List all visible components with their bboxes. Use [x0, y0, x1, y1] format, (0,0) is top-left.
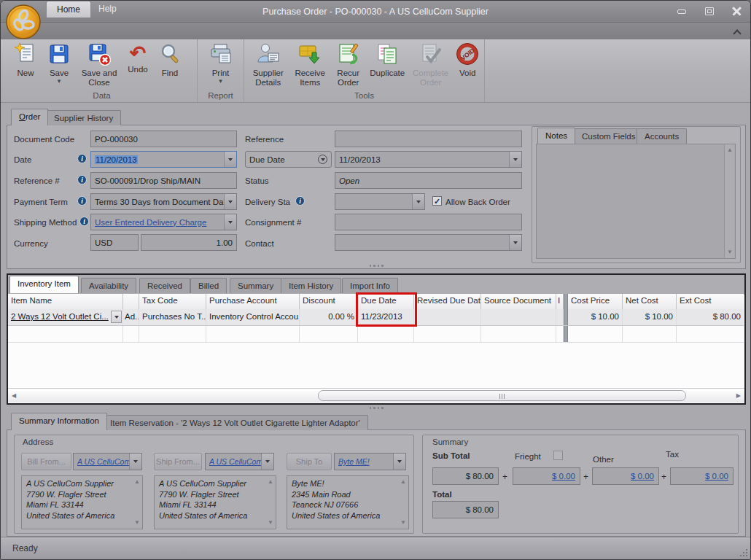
tab-notes[interactable]: Notes [537, 128, 575, 144]
freight-input[interactable]: $ 0.00 [513, 467, 580, 485]
close-button[interactable] [728, 5, 744, 17]
inventory-row-2[interactable] [8, 326, 744, 343]
inventory-hscrollbar[interactable]: ◀ ▶ [8, 388, 744, 402]
tab-billed[interactable]: Billed [190, 278, 227, 293]
resize-grip[interactable] [739, 548, 747, 556]
item-dropdown-icon[interactable] [111, 311, 122, 323]
shipping-method-info-icon[interactable] [79, 217, 89, 226]
hscroll-right-icon[interactable]: ▶ [736, 393, 741, 399]
col-source-document[interactable]: Source Document [481, 294, 556, 309]
currency-code-input[interactable]: USD [90, 234, 139, 251]
due-date-dropdown-icon[interactable] [509, 152, 521, 167]
shipping-method-link[interactable]: User Entered Delivery Charge [95, 218, 206, 227]
ship-to-button[interactable]: Ship To [287, 453, 332, 470]
ship-from-button[interactable]: Ship From... [154, 453, 202, 470]
tab-item-reservation[interactable]: Item Reservation - '2 Ways 12 Volt Outle… [102, 415, 368, 430]
notes-scrollbar[interactable]: ▲ ▼ [724, 144, 734, 258]
delivery-status-dropdown-icon[interactable] [412, 194, 424, 209]
scroll-down-icon[interactable]: ▼ [134, 520, 140, 526]
due-date-label-button[interactable]: Due Date [245, 151, 332, 168]
new-button[interactable]: New [9, 42, 42, 79]
tab-received[interactable]: Received [139, 278, 190, 293]
reference-input[interactable] [335, 131, 522, 147]
payment-term-dropdown-icon[interactable] [224, 194, 236, 209]
col-description[interactable] [123, 294, 139, 309]
scroll-down-icon[interactable]: ▼ [268, 520, 273, 526]
date-dropdown-icon[interactable] [224, 152, 236, 167]
tab-inventory-item[interactable]: Inventory Item [9, 276, 79, 293]
col-purchase-account[interactable]: Purchase Account [206, 294, 300, 309]
splitter-handle[interactable] [368, 265, 384, 268]
duplicate-button[interactable]: Duplicate [366, 42, 408, 79]
ship-from-dropdown-icon[interactable] [261, 454, 273, 470]
col-item-name[interactable]: Item Name [8, 294, 123, 309]
tab-summary[interactable]: Summary [230, 278, 281, 293]
col-cost-price[interactable]: Cost Price [568, 294, 623, 309]
due-date-cell[interactable]: 11/23/2013 [358, 309, 414, 325]
currency-rate-input[interactable]: 1.00 [141, 234, 237, 251]
col-discount[interactable]: Discount [300, 294, 358, 309]
tab-order[interactable]: Order [11, 109, 48, 125]
freight-checkbox[interactable] [553, 451, 563, 460]
scroll-up-icon[interactable]: ▲ [727, 147, 733, 153]
inventory-row-1[interactable]: 2 Ways 12 Volt Outlet Ci... Ad... Purcha… [8, 309, 744, 326]
due-date-mode-icon[interactable] [318, 155, 327, 164]
date-combo[interactable]: 11/20/2013 [90, 151, 237, 168]
item-name-cell[interactable]: 2 Ways 12 Volt Outlet Ci... [8, 309, 123, 325]
tab-import-info[interactable]: Import Info [342, 278, 398, 293]
scroll-down-icon[interactable]: ▼ [400, 520, 406, 526]
col-tax-code[interactable]: Tax Code [139, 294, 206, 309]
shipping-method-dropdown-icon[interactable] [224, 214, 236, 230]
consignment-input[interactable] [335, 214, 522, 230]
discount-cell[interactable]: 0.00 % [300, 309, 358, 325]
description-cell[interactable]: Ad... [123, 309, 139, 325]
tab-availability[interactable]: Availability [81, 278, 136, 293]
ship-from-combo[interactable]: A US CelluCom Su [205, 453, 274, 470]
delivery-status-combo[interactable] [335, 193, 425, 210]
app-logo-icon[interactable] [4, 2, 42, 42]
revised-due-date-cell[interactable] [414, 309, 481, 325]
payment-term-combo[interactable]: Terms 30 Days from Document Dat... [90, 193, 237, 210]
save-and-close-button[interactable]: Save and Close [76, 42, 122, 88]
scroll-up-icon[interactable]: ▲ [400, 479, 406, 485]
delivery-status-info-icon[interactable] [295, 196, 305, 206]
hscroll-thumb[interactable] [318, 390, 686, 401]
tab-accounts[interactable]: Accounts [637, 128, 687, 144]
total-input[interactable]: $ 80.00 [432, 501, 499, 518]
document-code-input[interactable]: PO-000030 [90, 131, 237, 147]
source-document-cell[interactable] [481, 309, 556, 325]
notes-textarea[interactable] [536, 144, 736, 259]
tax-input[interactable]: $ 0.00 [670, 467, 734, 485]
bill-from-dropdown-icon[interactable] [129, 454, 141, 470]
undo-button[interactable]: ↶ Undo [122, 42, 153, 75]
supplier-details-button[interactable]: Supplier Details [246, 42, 289, 88]
restore-button[interactable] [701, 5, 717, 17]
item-name-link[interactable]: 2 Ways 12 Volt Outlet Ci... [11, 312, 109, 321]
col-due-date[interactable]: Due Date [358, 294, 414, 309]
tab-custom-fields[interactable]: Custom Fields [574, 128, 644, 144]
payment-term-info-icon[interactable] [77, 196, 87, 206]
splitter-handle-2[interactable] [368, 407, 384, 410]
net-cost-cell[interactable]: $ 10.00 [623, 309, 677, 325]
tax-code-cell[interactable]: Purchases No T... [139, 309, 206, 325]
bill-from-combo[interactable]: A US CelluCom Su [73, 453, 142, 470]
cost-price-cell[interactable]: $ 10.00 [568, 309, 623, 325]
due-date-combo[interactable]: 11/20/2013 [335, 151, 522, 168]
col-revised-due-date[interactable]: Revised Due Date [414, 294, 481, 309]
save-dropdown-caret-icon[interactable]: ▾ [58, 78, 61, 84]
shipping-method-combo[interactable]: User Entered Delivery Charge [90, 214, 237, 230]
scroll-down-icon[interactable]: ▼ [727, 249, 733, 255]
contact-combo[interactable] [335, 234, 522, 251]
scroll-up-icon[interactable]: ▲ [134, 479, 140, 485]
recur-order-button[interactable]: Recur Order [330, 42, 367, 88]
truncated-cell[interactable] [556, 309, 564, 325]
reference-num-input[interactable]: SO-000091/Drop Ship/MAIN [90, 172, 237, 189]
ship-from-address[interactable]: A US CelluCom Supplier 7790 W. Flagler S… [154, 475, 276, 529]
tab-item-history[interactable]: Item History [281, 278, 341, 293]
allow-back-order-checkbox[interactable]: ✓ [432, 196, 442, 206]
col-ext-cost[interactable]: Ext Cost [677, 294, 744, 309]
tab-supplier-history[interactable]: Supplier History [46, 110, 121, 125]
ship-to-combo[interactable]: Byte ME! [334, 453, 406, 470]
void-button[interactable]: VOID Void [453, 42, 482, 79]
col-truncated[interactable]: I [556, 294, 564, 309]
